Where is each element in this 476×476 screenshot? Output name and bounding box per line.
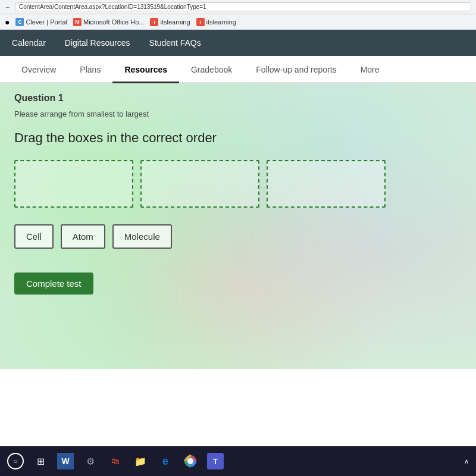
question-instruction: Please arrange from smallest to largest (14, 109, 462, 118)
bookmark-its1[interactable]: i itslearning (150, 18, 190, 26)
url-bar[interactable]: ContentArea/ContentArea.aspx?LocationID=… (15, 2, 471, 11)
browser-nav-icon: ● (5, 17, 10, 27)
clever-icon: C (15, 18, 24, 26)
chrome-taskbar-icon[interactable] (182, 453, 199, 469)
tab-plans[interactable]: Plans (68, 58, 112, 83)
drag-item-molecule[interactable]: Molecule (112, 224, 172, 249)
main-content: Question 1 Please arrange from smallest … (0, 83, 476, 369)
drop-zone-3[interactable] (267, 160, 386, 208)
file-explorer-taskbar-icon[interactable]: 📁 (132, 453, 149, 469)
drop-zone-2[interactable] (140, 160, 259, 208)
nav-digital-resources[interactable]: Digital Resources (62, 38, 133, 48)
complete-test-button[interactable]: Complete test (14, 273, 93, 295)
drag-item-cell[interactable]: Cell (14, 224, 54, 249)
nav-student-faqs[interactable]: Student FAQs (147, 38, 203, 48)
tab-gradebook[interactable]: Gradebook (179, 58, 244, 83)
store-taskbar-icon[interactable]: 🛍 (107, 453, 124, 469)
drag-item-atom[interactable]: Atom (61, 224, 105, 249)
browser-bar: ← ContentArea/ContentArea.aspx?LocationI… (0, 0, 476, 14)
svg-point-1 (187, 458, 193, 464)
bookmark-ms-label: Microsoft Office Ho... (83, 18, 145, 26)
tab-more[interactable]: More (349, 58, 392, 83)
teams-taskbar-icon[interactable]: T (207, 453, 224, 469)
task-view-taskbar-icon[interactable]: ⊞ (32, 453, 49, 469)
tab-overview[interactable]: Overview (10, 58, 68, 83)
search-taskbar-icon[interactable]: ○ (7, 453, 24, 469)
tab-resources[interactable]: Resources (112, 58, 179, 83)
bookmarks-bar: ● C Clever | Portal M Microsoft Office H… (0, 14, 476, 30)
bookmark-its2-label: itslearning (206, 18, 236, 26)
top-nav: Calendar Digital Resources Student FAQs (0, 30, 476, 56)
bookmark-its2[interactable]: i itslearning (196, 18, 236, 26)
its2-icon: i (196, 18, 205, 26)
word-taskbar-icon[interactable]: W (57, 453, 74, 469)
nav-calendar[interactable]: Calendar (10, 38, 48, 48)
drag-instruction: Drag the boxes in the correct order (14, 130, 462, 146)
taskbar-right: ∧ (464, 458, 469, 465)
ms-icon: M (73, 18, 82, 26)
bookmark-clever-label: Clever | Portal (26, 18, 67, 26)
edge-taskbar-icon[interactable]: e (157, 453, 174, 469)
bookmark-clever[interactable]: C Clever | Portal (15, 18, 67, 26)
bookmark-its1-label: itslearning (160, 18, 190, 26)
settings-taskbar-icon[interactable]: ⚙ (82, 453, 99, 469)
drop-zones-container (14, 160, 462, 208)
its1-icon: i (150, 18, 158, 26)
question-header: Question 1 (14, 93, 462, 104)
taskbar: ○ ⊞ W ⚙ 🛍 📁 e T ∧ (0, 446, 476, 476)
drag-items-container: Cell Atom Molecule (14, 224, 462, 249)
bookmark-ms[interactable]: M Microsoft Office Ho... (73, 18, 145, 26)
sub-nav: Overview Plans Resources Gradebook Follo… (0, 56, 476, 83)
back-icon[interactable]: ← (5, 4, 11, 11)
taskbar-arrow-icon[interactable]: ∧ (464, 458, 469, 465)
tab-followup[interactable]: Follow-up and reports (244, 58, 348, 83)
drop-zone-1[interactable] (14, 160, 133, 208)
